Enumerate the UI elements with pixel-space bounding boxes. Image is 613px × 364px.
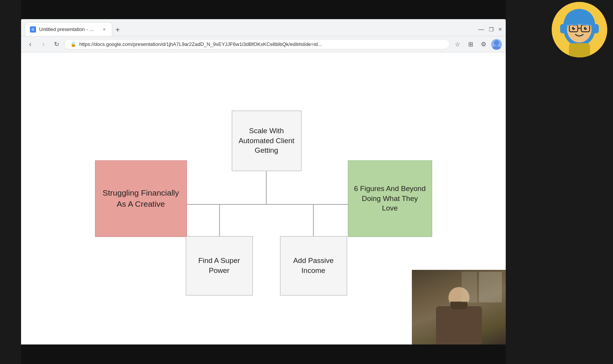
diagram-container: Scale With Automated Client Getting Stru… <box>95 99 432 298</box>
dark-left-panel <box>0 0 21 364</box>
svg-rect-19 <box>560 24 566 33</box>
bottom-left-box: Find A Super Power <box>186 236 253 295</box>
lock-icon: 🔒 <box>70 42 76 47</box>
right-box: 6 Figures And Beyond Doing What They Lov… <box>348 160 432 237</box>
tab-title: Untitled presentation - Google S <box>39 26 97 32</box>
svg-rect-21 <box>569 43 590 57</box>
svg-point-18 <box>586 27 587 28</box>
left-box: Struggling Financially As A Creative <box>95 160 187 237</box>
mascot-overlay <box>552 2 607 57</box>
browser-tab[interactable]: G Untitled presentation - Google S × <box>25 22 112 36</box>
profile-avatar[interactable] <box>491 39 502 50</box>
svg-point-0 <box>494 40 499 46</box>
svg-point-1 <box>492 46 501 50</box>
minimize-button[interactable]: — <box>478 26 484 33</box>
browser-titlebar: G Untitled presentation - Google S × + —… <box>21 19 506 36</box>
forward-button[interactable]: › <box>38 39 49 50</box>
bottom-right-box: Add Passive Income <box>280 236 347 295</box>
center-box: Scale With Automated Client Getting <box>232 111 302 171</box>
settings-icon[interactable]: ⚙ <box>478 39 489 50</box>
new-tab-button[interactable]: + <box>112 24 123 35</box>
browser-window: G Untitled presentation - Google S × + —… <box>21 19 506 344</box>
svg-point-17 <box>574 27 575 28</box>
url-text: https://docs.google.com/presentation/d/1… <box>79 41 322 47</box>
maximize-button[interactable]: ❐ <box>489 26 494 33</box>
refresh-button[interactable]: ↻ <box>51 39 62 50</box>
address-bar[interactable]: 🔒 https://docs.google.com/presentation/d… <box>64 39 450 49</box>
back-button[interactable]: ‹ <box>25 39 36 50</box>
close-button[interactable]: × <box>498 26 502 33</box>
bookmark-icon[interactable]: ☆ <box>452 39 463 50</box>
browser-toolbar: ‹ › ↻ 🔒 https://docs.google.com/presenta… <box>21 36 506 52</box>
extensions-icon[interactable]: ⊞ <box>465 39 476 50</box>
tab-favicon: G <box>30 26 36 33</box>
slide-area: Scale With Automated Client Getting Stru… <box>21 52 506 344</box>
svg-rect-20 <box>593 24 599 33</box>
webcam-overlay <box>412 270 506 344</box>
tab-close-button[interactable]: × <box>101 26 107 33</box>
